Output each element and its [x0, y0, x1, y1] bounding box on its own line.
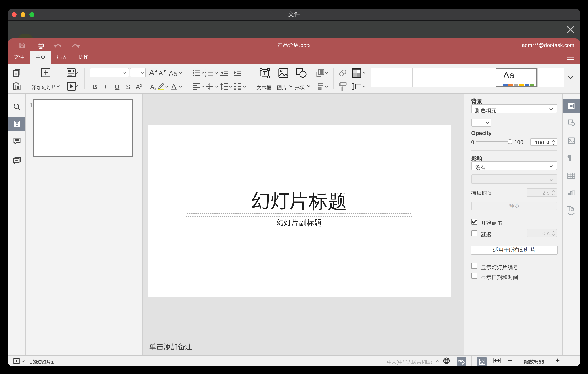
- svg-text:1: 1: [205, 69, 207, 72]
- svg-text:ABC: ABC: [458, 359, 464, 362]
- svg-text:3: 3: [205, 74, 207, 77]
